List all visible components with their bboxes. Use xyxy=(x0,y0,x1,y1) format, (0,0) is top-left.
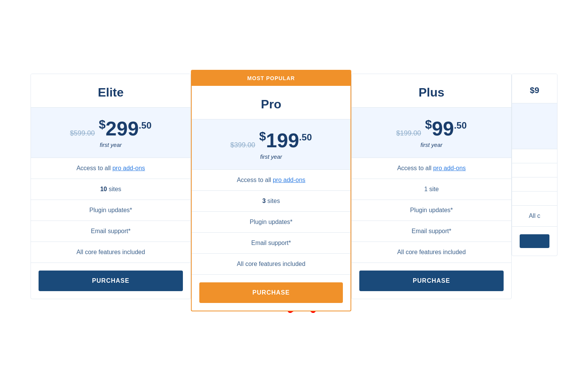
original-price-elite: $599.00 xyxy=(70,129,95,137)
current-price-plus: $99.50 xyxy=(425,118,467,140)
feature-email-elite: Email support* xyxy=(31,221,191,242)
price-display-plus: $199.00 $99.50 xyxy=(359,117,504,140)
feature-plugin-partial xyxy=(512,177,557,192)
plan-card-elite: Elite $599.00 $299.50 first year Access … xyxy=(31,74,191,299)
feature-email-pro: Email support* xyxy=(192,233,351,254)
first-year-plus: first year xyxy=(359,142,504,148)
feature-core-partial: All c xyxy=(512,206,557,227)
feature-plugin-elite: Plugin updates* xyxy=(31,200,191,221)
feature-addons-partial xyxy=(512,149,557,163)
pricing-container: Elite $599.00 $299.50 first year Access … xyxy=(23,58,565,327)
plan-header-elite: Elite xyxy=(31,74,191,108)
feature-email-partial xyxy=(512,192,557,206)
plan-name-plus: Plus xyxy=(359,85,504,100)
purchase-row-elite: PURCHASE xyxy=(31,263,191,299)
purchase-button-elite[interactable]: PURCHASE xyxy=(39,271,183,291)
feature-plugin-pro: Plugin updates* xyxy=(192,212,351,233)
plan-name-partial: $9 xyxy=(520,85,549,95)
feature-addons-plus: Access to all pro add-ons xyxy=(352,158,511,179)
price-display-pro: $399.00 $199.50 xyxy=(199,129,343,152)
pro-addons-link-pro[interactable]: pro add-ons xyxy=(273,177,305,183)
plan-header-partial: $9 xyxy=(512,74,557,103)
plan-name-pro: Pro xyxy=(199,97,343,111)
plan-card-pro: MOST POPULAR Pro $399.00 $199.50 first y… xyxy=(191,70,351,311)
original-price-pro: $399.00 xyxy=(230,141,255,149)
pricing-row-partial xyxy=(512,103,557,149)
dollar-sign-elite: $ xyxy=(99,118,106,131)
dollar-sign-pro: $ xyxy=(259,129,266,143)
feature-sites-partial xyxy=(512,163,557,177)
first-year-pro: first year xyxy=(199,153,343,160)
plan-header-pro: Pro xyxy=(192,86,351,119)
purchase-row-pro: PURCHASE xyxy=(192,275,351,311)
feature-addons-pro: Access to all pro add-ons xyxy=(192,170,351,191)
feature-core-pro: All core features included xyxy=(192,254,351,275)
current-price-pro: $199.50 xyxy=(259,129,312,151)
first-year-elite: first year xyxy=(39,142,183,148)
pro-addons-link-plus[interactable]: pro add-ons xyxy=(433,165,465,171)
purchase-row-partial xyxy=(512,227,557,256)
price-display-elite: $599.00 $299.50 xyxy=(39,117,183,140)
pricing-row-pro: $399.00 $199.50 first year xyxy=(192,119,351,170)
feature-sites-plus: 1 site xyxy=(352,179,511,200)
original-price-plus: $199.00 xyxy=(396,129,421,137)
purchase-button-pro[interactable]: PURCHASE xyxy=(199,282,343,303)
pricing-row-elite: $599.00 $299.50 first year xyxy=(31,108,191,158)
feature-sites-pro: 3 sites xyxy=(192,191,351,212)
plan-header-plus: Plus xyxy=(352,74,511,108)
most-popular-banner: MOST POPULAR xyxy=(192,71,351,86)
feature-addons-elite: Access to all pro add-ons xyxy=(31,158,191,179)
current-price-elite: $299.50 xyxy=(99,118,152,140)
pro-addons-link-elite[interactable]: pro add-ons xyxy=(112,165,145,171)
pricing-row-plus: $199.00 $99.50 first year xyxy=(352,108,511,158)
cents-pro: .50 xyxy=(299,132,312,142)
plan-card-partial: $9 All c xyxy=(512,74,557,256)
dollar-sign-plus: $ xyxy=(425,118,432,131)
cents-plus: .50 xyxy=(454,120,467,130)
sites-count-elite: 10 xyxy=(100,186,107,192)
feature-sites-elite: 10 sites xyxy=(31,179,191,200)
cents-elite: .50 xyxy=(139,120,151,130)
sites-count-pro: 3 xyxy=(262,198,266,204)
feature-core-elite: All core features included xyxy=(31,242,191,263)
plan-name-elite: Elite xyxy=(39,85,183,100)
purchase-button-partial[interactable] xyxy=(520,234,549,248)
